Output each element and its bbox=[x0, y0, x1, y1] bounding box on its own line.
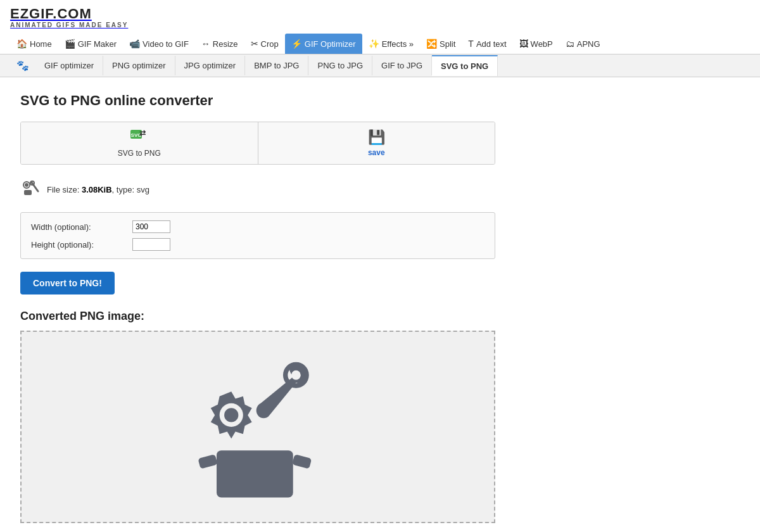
subnav-png-optimizer[interactable]: PNG optimizer bbox=[103, 56, 175, 75]
subnav-svg-to-png[interactable]: SVG to PNG bbox=[432, 55, 498, 76]
file-type-value: svg bbox=[137, 185, 149, 194]
nav-video-label: Video to GIF bbox=[142, 39, 189, 49]
nav-resize[interactable]: ↔ Resize bbox=[195, 34, 244, 54]
nav-crop[interactable]: ✂ Crop bbox=[244, 34, 285, 54]
subnav-gif-optimizer[interactable]: GIF optimizer bbox=[35, 56, 103, 75]
svg-rect-12 bbox=[217, 450, 293, 497]
nav-video-to-gif[interactable]: 📹 Video to GIF bbox=[123, 34, 195, 54]
file-size-label: File size: bbox=[47, 185, 82, 194]
nav-split[interactable]: 🔀 Split bbox=[420, 34, 462, 54]
svg-point-11 bbox=[291, 370, 301, 380]
home-icon: 🏠 bbox=[16, 39, 27, 49]
webp-icon: 🖼 bbox=[519, 39, 528, 49]
logo-subtitle: ANIMATED GIFS MADE EASY bbox=[10, 22, 128, 28]
nav-gif-maker[interactable]: 🎬 GIF Maker bbox=[58, 34, 123, 54]
crop-icon: ✂ bbox=[251, 39, 258, 49]
width-option-row: Width (optional): bbox=[31, 220, 484, 233]
apng-icon: 🗂 bbox=[566, 39, 574, 49]
converted-image-area bbox=[20, 331, 495, 523]
svg-to-png-icon: SVG ⇄ bbox=[130, 129, 148, 146]
width-label: Width (optional): bbox=[31, 222, 132, 232]
file-info-text: File size: 3.08KiB, type: svg bbox=[47, 185, 149, 194]
logo-text: EZGIF.COM bbox=[10, 6, 128, 22]
subnav-home[interactable]: 🐾 bbox=[10, 54, 35, 77]
nav-gif-optimizer-label: GIF Optimizer bbox=[305, 39, 356, 49]
nav-home[interactable]: 🏠 Home bbox=[10, 34, 58, 54]
options-box: Width (optional): Height (optional): bbox=[20, 212, 495, 259]
svg-to-png-label: SVG to PNG bbox=[118, 149, 161, 158]
subnav-jpg-optimizer[interactable]: JPG optimizer bbox=[175, 56, 246, 75]
converted-title: Converted PNG image: bbox=[20, 310, 740, 323]
height-label: Height (optional): bbox=[31, 240, 132, 250]
file-info: File size: 3.08KiB, type: svg bbox=[20, 177, 740, 202]
svg-point-3 bbox=[25, 183, 28, 187]
gif-maker-icon: 🎬 bbox=[65, 39, 75, 49]
text-icon: T bbox=[468, 39, 474, 49]
svg-text:⇄: ⇄ bbox=[139, 129, 146, 137]
svg-line-5 bbox=[32, 182, 38, 191]
nav-webp[interactable]: 🖼 WebP bbox=[513, 34, 559, 54]
file-size-value: 3.08KiB bbox=[82, 185, 112, 194]
effects-icon: ✨ bbox=[369, 39, 379, 49]
nav-apng-label: APNG bbox=[577, 39, 600, 49]
nav-add-text-label: Add text bbox=[476, 39, 507, 49]
convert-button[interactable]: Convert to PNG! bbox=[20, 272, 115, 294]
resize-icon: ↔ bbox=[201, 39, 210, 49]
svg-point-9 bbox=[224, 408, 238, 422]
subnav-png-to-jpg[interactable]: PNG to JPG bbox=[308, 56, 372, 75]
svg-rect-13 bbox=[198, 454, 217, 469]
svg-to-png-button[interactable]: SVG ⇄ SVG to PNG bbox=[21, 122, 258, 164]
action-buttons: SVG ⇄ SVG to PNG 💾 save bbox=[20, 122, 495, 165]
svg-rect-7 bbox=[24, 190, 32, 195]
height-option-row: Height (optional): bbox=[31, 238, 484, 251]
subnav-gif-to-jpg[interactable]: GIF to JPG bbox=[372, 56, 432, 75]
nav-gif-maker-label: GIF Maker bbox=[78, 39, 117, 49]
nav-effects-label: Effects » bbox=[382, 39, 414, 49]
video-icon: 📹 bbox=[129, 39, 140, 49]
save-label: save bbox=[368, 148, 385, 157]
nav-home-label: Home bbox=[30, 39, 52, 49]
save-button[interactable]: 💾 save bbox=[258, 122, 495, 164]
nav-webp-label: WebP bbox=[531, 39, 553, 49]
optimizer-icon: ⚡ bbox=[291, 39, 302, 49]
nav-add-text[interactable]: T Add text bbox=[462, 34, 512, 54]
height-input[interactable] bbox=[132, 238, 170, 251]
file-thumbnail bbox=[20, 177, 41, 202]
save-icon: 💾 bbox=[368, 129, 385, 146]
subnav-bmp-to-jpg[interactable]: BMP to JPG bbox=[245, 56, 308, 75]
svg-rect-14 bbox=[292, 454, 312, 469]
nav-split-label: Split bbox=[440, 39, 455, 49]
width-input[interactable] bbox=[132, 220, 170, 233]
file-type-label: , type: bbox=[112, 185, 137, 194]
page-title: SVG to PNG online converter bbox=[20, 92, 740, 109]
nav-apng[interactable]: 🗂 APNG bbox=[559, 34, 607, 54]
nav-resize-label: Resize bbox=[213, 39, 238, 49]
split-icon: 🔀 bbox=[426, 39, 437, 49]
site-logo[interactable]: EZGIF.COM ANIMATED GIFS MADE EASY bbox=[10, 6, 128, 28]
nav-effects[interactable]: ✨ Effects » bbox=[362, 34, 420, 54]
nav-gif-optimizer[interactable]: ⚡ GIF Optimizer bbox=[285, 34, 362, 54]
nav-crop-label: Crop bbox=[261, 39, 279, 49]
